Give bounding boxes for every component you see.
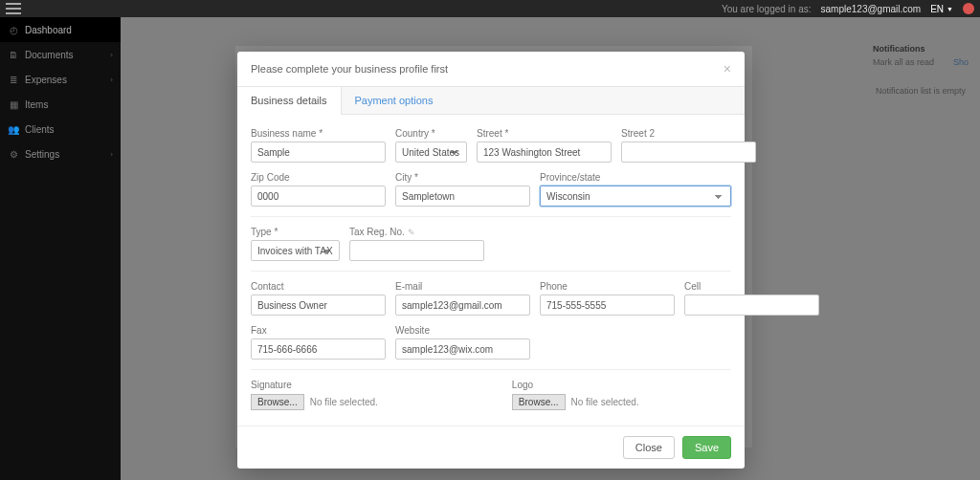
divider [251, 216, 731, 217]
zip-input[interactable] [251, 185, 386, 207]
business-name-input[interactable] [251, 142, 386, 163]
items-icon: ▦ [8, 98, 19, 110]
hamburger-icon[interactable] [6, 3, 21, 14]
sidebar-item-label: Items [25, 99, 48, 110]
label-type: Type * [251, 227, 340, 237]
modal-header: Please complete your business profile fi… [237, 52, 745, 87]
label-city: City * [395, 172, 530, 183]
label-phone: Phone [540, 281, 675, 292]
label-signature: Signature [251, 380, 378, 390]
label-logo: Logo [512, 380, 639, 390]
label-fax: Fax [251, 325, 386, 336]
logo-no-file: No file selected. [571, 397, 639, 407]
business-profile-modal: Please complete your business profile fi… [237, 52, 745, 469]
sidebar-item-label: Settings [25, 149, 59, 160]
cell-input[interactable] [684, 295, 819, 316]
label-tax-reg: Tax Reg. No.✎ [349, 227, 484, 237]
website-input[interactable] [395, 338, 530, 360]
chevron-right-icon: › [110, 51, 113, 59]
logged-in-label: You are logged in as: [722, 4, 812, 14]
close-button[interactable]: Close [623, 436, 675, 459]
divider [251, 271, 731, 272]
signature-no-file: No file selected. [310, 397, 378, 407]
street-input[interactable] [477, 142, 612, 163]
province-select[interactable]: Wisconsin [540, 185, 731, 207]
label-street2: Street 2 [621, 128, 756, 139]
expenses-icon: ≣ [8, 74, 19, 85]
signature-browse-button[interactable]: Browse... [251, 394, 304, 410]
sidebar-item-settings[interactable]: ⚙ Settings › [0, 142, 121, 166]
dashboard-icon: ◴ [8, 24, 19, 35]
tax-reg-input[interactable] [349, 240, 484, 261]
user-email: sample123@gmail.com [821, 4, 922, 14]
topbar-right: You are logged in as: sample123@gmail.co… [722, 3, 974, 14]
label-country: Country * [395, 128, 467, 139]
sidebar-item-expenses[interactable]: ≣ Expenses › [0, 67, 121, 92]
contact-input[interactable] [251, 295, 386, 316]
user-avatar[interactable] [963, 3, 974, 14]
type-select[interactable]: Invoices with TAX [251, 240, 340, 261]
label-email: E-mail [395, 281, 530, 292]
modal-title: Please complete your business profile fi… [251, 63, 448, 75]
language-switcher[interactable]: EN▼ [930, 4, 953, 14]
save-button[interactable]: Save [682, 436, 731, 459]
sidebar-item-dashboard[interactable]: ◴ Dashboard [0, 17, 121, 42]
label-province: Province/state [540, 172, 731, 183]
top-bar: You are logged in as: sample123@gmail.co… [0, 0, 980, 17]
sidebar-item-clients[interactable]: 👥 Clients [0, 117, 121, 142]
label-website: Website [395, 325, 530, 336]
chevron-right-icon: › [110, 150, 113, 159]
country-select[interactable]: United States [395, 142, 467, 163]
label-business-name: Business name * [251, 128, 386, 139]
chevron-right-icon: › [110, 76, 113, 84]
sidebar-item-label: Expenses [25, 75, 67, 85]
email-input[interactable] [395, 295, 530, 316]
modal-body: Business name * Country * United States … [237, 115, 745, 425]
label-cell: Cell [684, 281, 819, 292]
documents-icon: 🗎 [8, 49, 19, 60]
clients-icon: 👥 [8, 123, 19, 135]
fax-input[interactable] [251, 338, 386, 360]
phone-input[interactable] [540, 295, 675, 316]
pencil-icon[interactable]: ✎ [408, 228, 415, 237]
modal-footer: Close Save [237, 425, 745, 469]
sidebar-item-label: Dashboard [25, 25, 72, 35]
label-street: Street * [477, 128, 612, 139]
sidebar-item-documents[interactable]: 🗎 Documents › [0, 42, 121, 67]
close-icon[interactable]: × [724, 61, 731, 76]
sidebar-item-label: Documents [25, 50, 74, 60]
modal-tabs: Business details Payment options [237, 87, 745, 115]
city-input[interactable] [395, 185, 530, 207]
sidebar-item-label: Clients [25, 124, 55, 135]
sidebar-item-items[interactable]: ▦ Items [0, 92, 121, 117]
divider [251, 369, 731, 370]
tab-business-details[interactable]: Business details [237, 87, 342, 115]
logo-browse-button[interactable]: Browse... [512, 394, 566, 410]
street2-input[interactable] [621, 142, 756, 163]
label-zip: Zip Code [251, 172, 386, 183]
label-contact: Contact [251, 281, 386, 292]
sidebar: ◴ Dashboard 🗎 Documents › ≣ Expenses › ▦… [0, 17, 121, 480]
tab-payment-options[interactable]: Payment options [342, 87, 447, 114]
gear-icon: ⚙ [8, 148, 19, 160]
